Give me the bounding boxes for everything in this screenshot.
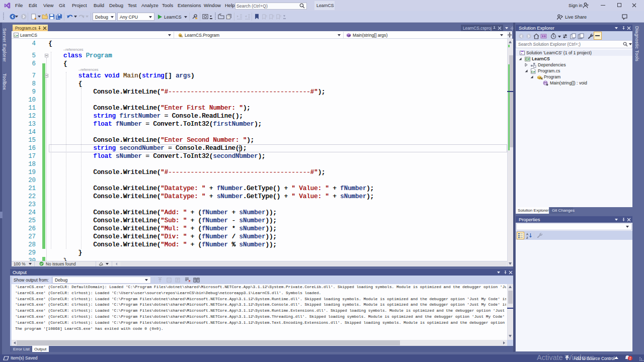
svg-text:A: A: [526, 233, 528, 236]
svg-text:C#: C#: [531, 70, 535, 73]
svg-text:C#: C#: [525, 57, 530, 61]
svg-text:C#: C#: [14, 34, 18, 37]
svg-text:Z: Z: [526, 236, 528, 239]
